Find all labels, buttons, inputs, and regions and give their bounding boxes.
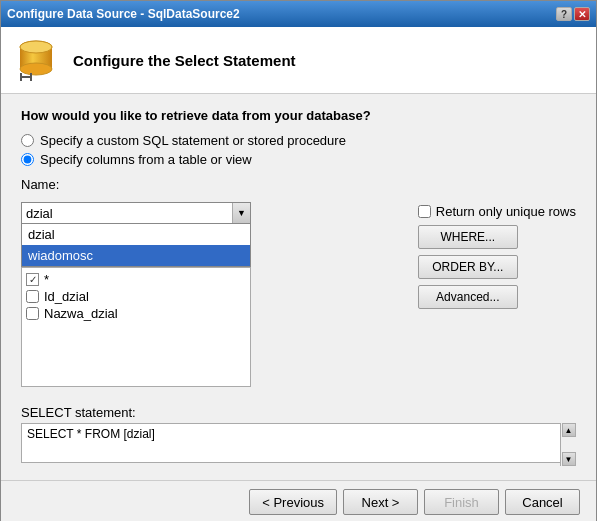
- unique-row: Return only unique rows: [418, 204, 576, 219]
- dialog-window: Configure Data Source - SqlDataSource2 ?…: [0, 0, 597, 521]
- radio-custom-label: Specify a custom SQL statement or stored…: [40, 133, 346, 148]
- col-checkbox-1[interactable]: [26, 307, 39, 320]
- radio-group: Specify a custom SQL statement or stored…: [21, 133, 576, 167]
- left-panel: dzial ▼ dzial wiadomosc *: [21, 202, 406, 387]
- chevron-down-icon: ▼: [237, 208, 246, 218]
- select-stmt-section: SELECT statement: ▲ ▼: [21, 405, 576, 466]
- database-icon: [17, 39, 59, 81]
- name-label: Name:: [21, 177, 576, 192]
- radio-columns-option[interactable]: Specify columns from a table or view: [21, 152, 576, 167]
- unique-rows-label: Return only unique rows: [436, 204, 576, 219]
- select-box-wrapper: ▲ ▼: [21, 423, 576, 466]
- question-text: How would you like to retrieve data from…: [21, 108, 576, 123]
- radio-columns-input[interactable]: [21, 153, 34, 166]
- order-by-button[interactable]: ORDER BY...: [418, 255, 518, 279]
- dialog-footer: < Previous Next > Finish Cancel: [1, 480, 596, 521]
- dropdown-arrow-btn[interactable]: ▼: [232, 203, 250, 223]
- svg-point-3: [20, 41, 52, 53]
- right-panel: Return only unique rows WHERE... ORDER B…: [418, 202, 576, 387]
- star-checkbox[interactable]: [26, 273, 39, 286]
- scroll-up-arrow[interactable]: ▲: [562, 423, 576, 437]
- dropdown-item-wiadomosc[interactable]: wiadomosc: [22, 245, 250, 266]
- dialog-header: Configure the Select Statement: [1, 27, 596, 94]
- select-stmt-label: SELECT statement:: [21, 405, 576, 420]
- scrollbar-vertical: ▲ ▼: [560, 423, 576, 466]
- selected-table-name: dzial: [22, 204, 232, 223]
- radio-custom-option[interactable]: Specify a custom SQL statement or stored…: [21, 133, 576, 148]
- name-dropdown[interactable]: dzial ▼: [21, 202, 251, 224]
- dropdown-item-dzial[interactable]: dzial: [22, 224, 250, 245]
- title-bar: Configure Data Source - SqlDataSource2 ?…: [1, 1, 596, 27]
- dropdown-list: dzial wiadomosc: [21, 224, 251, 267]
- header-title: Configure the Select Statement: [73, 52, 296, 69]
- title-bar-buttons: ? ✕: [556, 7, 590, 21]
- cancel-button[interactable]: Cancel: [505, 489, 580, 515]
- close-button[interactable]: ✕: [574, 7, 590, 21]
- help-button[interactable]: ?: [556, 7, 572, 21]
- previous-button[interactable]: < Previous: [249, 489, 337, 515]
- radio-custom-input[interactable]: [21, 134, 34, 147]
- col-label-1: Nazwa_dzial: [44, 306, 118, 321]
- radio-columns-label: Specify columns from a table or view: [40, 152, 252, 167]
- next-button[interactable]: Next >: [343, 489, 418, 515]
- col-label-0: Id_dzial: [44, 289, 89, 304]
- col-checkbox-0[interactable]: [26, 290, 39, 303]
- svg-point-2: [20, 63, 52, 75]
- col-row-1: Nazwa_dzial: [26, 306, 246, 321]
- star-column-label: *: [44, 272, 49, 287]
- unique-rows-checkbox[interactable]: [418, 205, 431, 218]
- scroll-down-arrow[interactable]: ▼: [562, 452, 576, 466]
- select-stmt-textarea[interactable]: [21, 423, 576, 463]
- where-button[interactable]: WHERE...: [418, 225, 518, 249]
- main-content: dzial ▼ dzial wiadomosc *: [21, 202, 576, 387]
- advanced-button[interactable]: Advanced...: [418, 285, 518, 309]
- star-column-row: *: [26, 272, 246, 287]
- columns-box: * Id_dzial Nazwa_dzial: [21, 267, 251, 387]
- finish-button[interactable]: Finish: [424, 489, 499, 515]
- dialog-body: How would you like to retrieve data from…: [1, 94, 596, 480]
- col-row-0: Id_dzial: [26, 289, 246, 304]
- window-title: Configure Data Source - SqlDataSource2: [7, 7, 240, 21]
